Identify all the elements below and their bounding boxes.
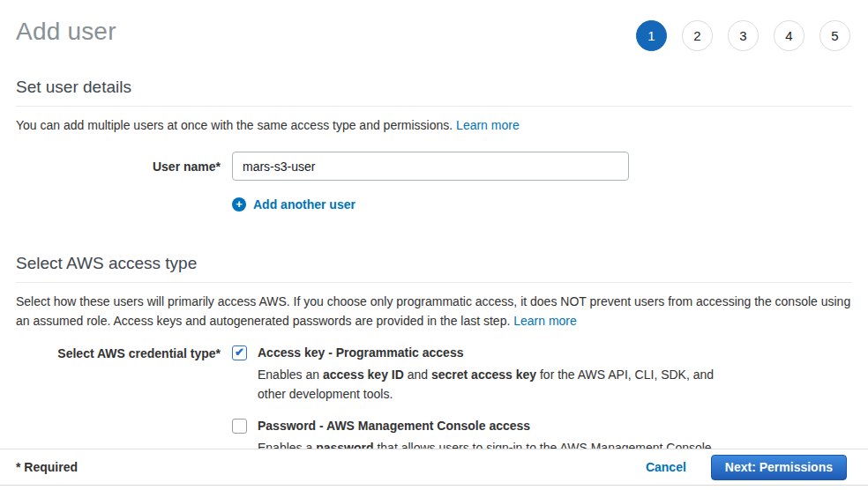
- user-name-label: User name*: [16, 152, 221, 181]
- programmatic-access-checkbox[interactable]: [232, 345, 247, 360]
- credential-options: Access key - Programmatic access Enables…: [232, 345, 730, 457]
- access-type-intro: Select how these users will primarily ac…: [16, 292, 852, 330]
- console-access-checkbox[interactable]: [232, 419, 247, 434]
- programmatic-access-description: Enables an access key ID and secret acce…: [258, 365, 730, 404]
- required-note: * Required: [16, 460, 78, 474]
- page-title: Add user: [16, 18, 116, 46]
- add-another-user-row: +Add another user: [232, 196, 852, 212]
- user-name-input[interactable]: [232, 152, 629, 181]
- step-2: 2: [682, 20, 713, 51]
- programmatic-access-title: Access key - Programmatic access: [258, 345, 730, 360]
- next-permissions-button[interactable]: Next: Permissions: [711, 455, 847, 480]
- main-content: Set user details You can add multiple us…: [0, 78, 868, 457]
- step-1: 1: [636, 20, 667, 51]
- user-details-intro: You can add multiple users at once with …: [16, 115, 852, 135]
- add-another-user-link[interactable]: +Add another user: [232, 197, 355, 212]
- option-programmatic-access: Access key - Programmatic access Enables…: [232, 345, 730, 404]
- page-header: Add user 12345: [0, 0, 868, 51]
- console-access-title: Password - AWS Management Console access: [258, 419, 715, 434]
- add-user-page: Add user 12345 Set user details You can …: [0, 0, 868, 490]
- credential-type-label: Select AWS credential type*: [16, 345, 221, 457]
- learn-more-link-user-details[interactable]: Learn more: [456, 118, 520, 132]
- wizard-footer: * Required Cancel Next: Permissions: [0, 449, 868, 486]
- step-4: 4: [774, 20, 804, 51]
- cancel-button[interactable]: Cancel: [646, 460, 686, 474]
- section-heading-user-details: Set user details: [16, 78, 852, 107]
- learn-more-link-access-type[interactable]: Learn more: [513, 314, 577, 328]
- user-details-intro-text: You can add multiple users at once with …: [16, 118, 453, 132]
- programmatic-access-content: Access key - Programmatic access Enables…: [258, 345, 730, 404]
- user-name-field-col: [232, 152, 629, 181]
- user-name-row: User name*: [16, 152, 852, 181]
- step-indicator: 12345: [636, 20, 850, 51]
- credential-type-row: Select AWS credential type* Access key -…: [16, 345, 852, 457]
- add-another-user-label: Add another user: [253, 197, 355, 212]
- plus-icon: +: [232, 197, 246, 212]
- step-3: 3: [728, 20, 759, 51]
- section-heading-access-type: Select AWS access type: [16, 254, 852, 283]
- access-type-intro-text: Select how these users will primarily ac…: [16, 294, 850, 328]
- step-5: 5: [819, 20, 850, 51]
- footer-actions: Cancel Next: Permissions: [646, 455, 847, 480]
